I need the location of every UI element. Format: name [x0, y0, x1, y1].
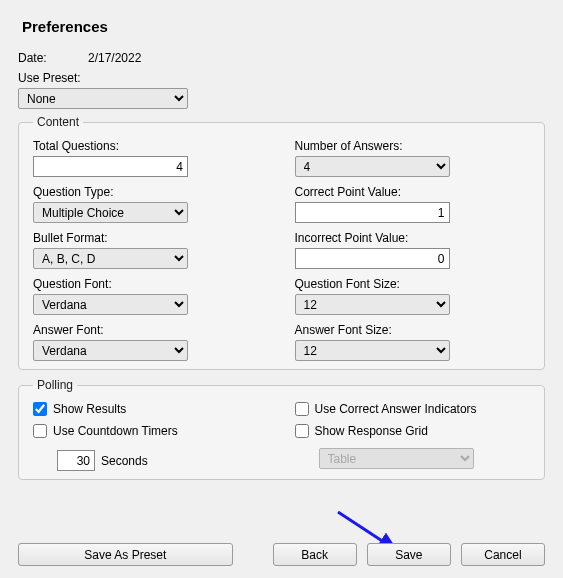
correct-point-value-input[interactable] — [295, 202, 450, 223]
number-of-answers-select[interactable]: 4 — [295, 156, 450, 177]
show-response-grid-label: Show Response Grid — [315, 424, 428, 438]
content-group: Content Total Questions: Number of Answe… — [18, 115, 545, 370]
show-results-label: Show Results — [53, 402, 126, 416]
bullet-format-label: Bullet Format: — [33, 231, 269, 245]
cancel-button[interactable]: Cancel — [461, 543, 545, 566]
content-legend: Content — [33, 115, 83, 129]
use-countdown-timers-box[interactable] — [33, 424, 47, 438]
question-font-size-select[interactable]: 12 — [295, 294, 450, 315]
use-correct-answer-indicators-label: Use Correct Answer Indicators — [315, 402, 477, 416]
back-button[interactable]: Back — [273, 543, 357, 566]
use-countdown-timers-label: Use Countdown Timers — [53, 424, 178, 438]
date-label: Date: — [18, 51, 88, 65]
incorrect-point-value-input[interactable] — [295, 248, 450, 269]
total-questions-input[interactable] — [33, 156, 188, 177]
use-preset-select[interactable]: None — [18, 88, 188, 109]
show-results-box[interactable] — [33, 402, 47, 416]
seconds-label: Seconds — [101, 454, 148, 468]
date-value: 2/17/2022 — [88, 51, 141, 65]
question-font-size-label: Question Font Size: — [295, 277, 531, 291]
question-type-select[interactable]: Multiple Choice — [33, 202, 188, 223]
use-correct-answer-indicators-box[interactable] — [295, 402, 309, 416]
polling-legend: Polling — [33, 378, 77, 392]
answer-font-size-label: Answer Font Size: — [295, 323, 531, 337]
bullet-format-select[interactable]: A, B, C, D — [33, 248, 188, 269]
question-font-select[interactable]: Verdana — [33, 294, 188, 315]
answer-font-size-select[interactable]: 12 — [295, 340, 450, 361]
polling-group: Polling Show Results Use Correct Answer … — [18, 378, 545, 480]
question-type-label: Question Type: — [33, 185, 269, 199]
incorrect-point-value-label: Incorrect Point Value: — [295, 231, 531, 245]
question-font-label: Question Font: — [33, 277, 269, 291]
use-countdown-timers-checkbox[interactable]: Use Countdown Timers — [33, 424, 269, 438]
seconds-input[interactable] — [57, 450, 95, 471]
page-title: Preferences — [22, 18, 545, 35]
answer-font-label: Answer Font: — [33, 323, 269, 337]
number-of-answers-label: Number of Answers: — [295, 139, 531, 153]
use-correct-answer-indicators-checkbox[interactable]: Use Correct Answer Indicators — [295, 402, 531, 416]
correct-point-value-label: Correct Point Value: — [295, 185, 531, 199]
show-response-grid-checkbox[interactable]: Show Response Grid — [295, 424, 531, 438]
use-preset-label: Use Preset: — [18, 71, 545, 85]
save-button[interactable]: Save — [367, 543, 451, 566]
answer-font-select[interactable]: Verdana — [33, 340, 188, 361]
save-as-preset-button[interactable]: Save As Preset — [18, 543, 233, 566]
chart-type-select: Table — [319, 448, 474, 469]
total-questions-label: Total Questions: — [33, 139, 269, 153]
show-results-checkbox[interactable]: Show Results — [33, 402, 269, 416]
show-response-grid-box[interactable] — [295, 424, 309, 438]
